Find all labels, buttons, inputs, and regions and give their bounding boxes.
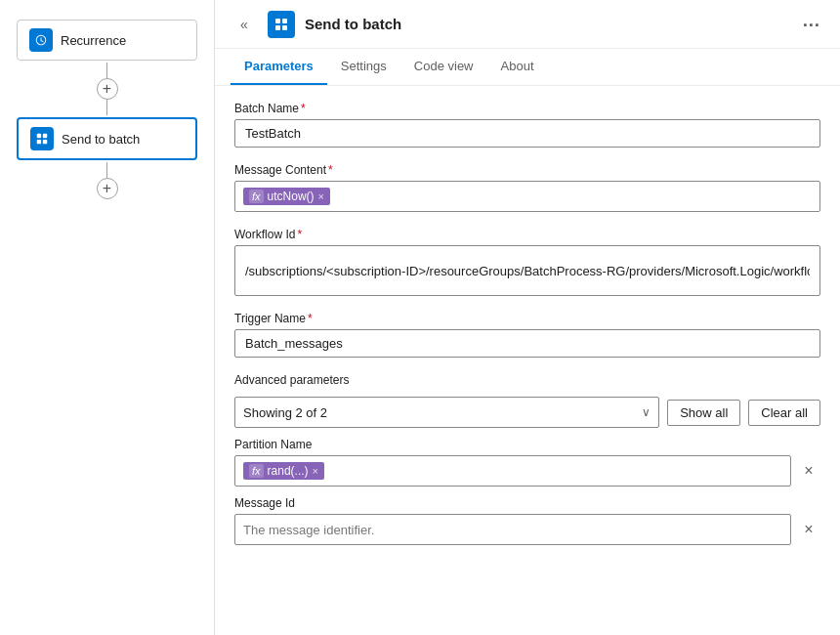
workflow-id-label: Workflow Id* xyxy=(234,228,820,241)
tab-bar: Parameters Settings Code view About xyxy=(215,49,840,86)
partition-name-group: Partition Name fx rand(...) × × xyxy=(234,438,820,487)
partition-name-input[interactable]: fx rand(...) × xyxy=(234,455,791,487)
utcnow-token[interactable]: fx utcNow() × xyxy=(243,188,330,205)
rand-token-close[interactable]: × xyxy=(313,465,318,477)
recurrence-label: Recurrence xyxy=(61,33,126,48)
token-close-button[interactable]: × xyxy=(318,190,324,202)
message-content-label: Message Content* xyxy=(234,163,820,177)
chevron-down-icon: ∨ xyxy=(642,405,651,419)
advanced-params-label: Advanced parameters xyxy=(234,373,820,387)
batch-name-label: Batch Name* xyxy=(234,102,820,115)
rand-token-label: rand(...) xyxy=(268,464,309,478)
parameters-form: Batch Name* Message Content* fx utcNow()… xyxy=(215,86,840,561)
message-id-label: Message Id xyxy=(234,496,820,510)
advanced-params-group: Advanced parameters Showing 2 of 2 ∨ Sho… xyxy=(234,373,820,428)
trigger-name-group: Trigger Name* xyxy=(234,312,820,358)
recurrence-icon xyxy=(29,28,53,52)
message-id-group: Message Id × xyxy=(234,496,820,545)
workflow-canvas: Recurrence + Send to batch + xyxy=(0,0,215,635)
batch-name-group: Batch Name* xyxy=(234,102,820,148)
svg-rect-7 xyxy=(282,25,287,30)
dropdown-text: Showing 2 of 2 xyxy=(243,405,327,420)
message-id-clear-button[interactable]: × xyxy=(797,518,820,541)
send-to-batch-label: Send to batch xyxy=(62,132,140,147)
partition-clear-button[interactable]: × xyxy=(797,459,820,483)
tab-parameters[interactable]: Parameters xyxy=(231,49,327,85)
partition-name-label: Partition Name xyxy=(234,438,820,451)
tab-settings[interactable]: Settings xyxy=(327,49,400,85)
collapse-button[interactable]: « xyxy=(231,11,258,38)
message-id-input-container[interactable] xyxy=(234,514,791,545)
advanced-params-dropdown[interactable]: Showing 2 of 2 ∨ xyxy=(234,397,659,428)
workflow-id-group: Workflow Id* xyxy=(234,228,820,296)
svg-rect-2 xyxy=(37,140,41,144)
advanced-params-row: Showing 2 of 2 ∨ Show all Clear all xyxy=(234,397,820,428)
batch-name-input[interactable] xyxy=(234,119,820,148)
clear-all-button[interactable]: Clear all xyxy=(748,400,820,426)
tab-about[interactable]: About xyxy=(487,49,548,85)
svg-rect-1 xyxy=(43,134,47,138)
trigger-name-label: Trigger Name* xyxy=(234,312,820,325)
rand-token-fx-icon: fx xyxy=(249,464,264,478)
add-step-button-1[interactable]: + xyxy=(97,78,118,100)
message-id-input[interactable] xyxy=(243,523,782,537)
svg-rect-6 xyxy=(275,25,280,30)
send-to-batch-node[interactable]: Send to batch xyxy=(17,117,197,160)
rand-token[interactable]: fx rand(...) × xyxy=(243,462,324,480)
connector-line-1 xyxy=(106,63,107,78)
connector-line-3 xyxy=(106,162,107,178)
recurrence-node[interactable]: Recurrence xyxy=(17,20,197,61)
panel-header-icon xyxy=(268,11,295,38)
svg-rect-3 xyxy=(43,140,47,144)
connector-line-2 xyxy=(106,100,107,115)
svg-rect-5 xyxy=(282,19,287,23)
connector-1: + xyxy=(97,63,118,115)
workflow-id-input[interactable] xyxy=(234,245,820,296)
trigger-name-input[interactable] xyxy=(234,329,820,358)
panel-title: Send to batch xyxy=(305,16,787,32)
svg-rect-4 xyxy=(275,19,280,23)
add-step-button-2[interactable]: + xyxy=(97,178,118,199)
message-content-group: Message Content* fx utcNow() × xyxy=(234,163,820,212)
advanced-params-section: Advanced parameters Showing 2 of 2 ∨ Sho… xyxy=(234,373,820,545)
tab-code-view[interactable]: Code view xyxy=(400,49,487,85)
connector-2: + xyxy=(97,162,118,199)
svg-rect-0 xyxy=(37,134,41,138)
token-fx-icon: fx xyxy=(249,190,264,203)
show-all-button[interactable]: Show all xyxy=(667,400,740,426)
batch-icon xyxy=(30,127,54,150)
message-content-input[interactable]: fx utcNow() × xyxy=(234,181,820,212)
more-options-button[interactable]: ⋯ xyxy=(797,11,824,38)
detail-panel: « Send to batch ⋯ Parameters Settings Co… xyxy=(215,0,840,635)
token-label: utcNow() xyxy=(268,190,315,203)
panel-header: « Send to batch ⋯ xyxy=(215,0,840,49)
